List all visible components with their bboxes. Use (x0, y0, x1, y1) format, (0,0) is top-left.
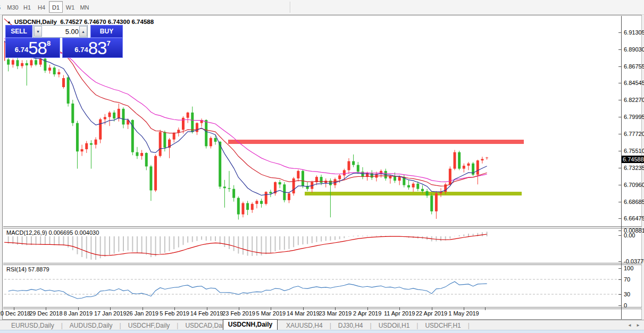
buy-button[interactable]: BUY (90, 25, 123, 38)
chart-tabs-left: EURUSD,Daily|AUDUSD,Daily|USDCHF,Daily|U… (4, 320, 235, 330)
price-tick-mark (618, 134, 621, 134)
candle-body (251, 204, 254, 210)
bottom-strip (0, 330, 644, 333)
chart-tabs-right: XAUUSD,H4|DJ30,H4|USDOil,H1|USDCHF,H1| (279, 320, 470, 330)
candle-body (71, 104, 74, 123)
sell-price-box[interactable]: 6.74588 (5, 38, 60, 58)
date-axis-label: 26 Jan 2019 (126, 310, 158, 317)
candle-body (430, 195, 433, 211)
timeframe-button-w1[interactable]: W1 (63, 1, 77, 13)
candle-body (389, 176, 391, 178)
rsi-indicator-canvas[interactable] (4, 265, 621, 307)
macd-panel-separator[interactable] (3, 226, 642, 228)
date-tick-mark (110, 308, 111, 310)
candle-body (35, 60, 37, 64)
candle-body (302, 171, 304, 186)
candle-body (140, 153, 143, 156)
candle-body (21, 63, 23, 66)
timeframe-button-m30[interactable]: M30 (6, 1, 20, 13)
volume-input[interactable] (43, 26, 80, 37)
candle-body (237, 198, 240, 215)
date-axis-label: 23 Mar 2019 (319, 310, 352, 317)
price-tick-label: 6.79995 (624, 114, 644, 120)
date-tick-mark (399, 308, 400, 310)
tab-xauusd-h4[interactable]: XAUUSD,H4 (279, 322, 330, 329)
price-tick-mark (618, 151, 621, 151)
candle-body (260, 201, 263, 204)
candle-body (320, 177, 323, 183)
buy-price-box[interactable]: 6.74837 (62, 38, 123, 58)
candle-body (210, 138, 212, 147)
date-tick-mark (174, 308, 175, 310)
tab-usdchf-daily[interactable]: USDCHF,Daily (121, 322, 177, 329)
date-axis-label: 20 Dec 2018 (0, 310, 30, 317)
rsi-tick-label: 100 (624, 265, 633, 271)
tab-eurusd-daily[interactable]: EURUSD,Daily (4, 322, 61, 329)
price-tick-mark (618, 83, 621, 83)
date-tick-mark (78, 308, 79, 310)
date-axis-label: 5 Feb 2019 (160, 310, 189, 317)
timeframe-button-h1[interactable]: H1 (20, 1, 34, 13)
candle-body (122, 109, 124, 125)
buy-price-prefix: 6.74 (74, 46, 88, 54)
date-axis-label: 14 Mar 2019 (287, 310, 320, 317)
date-tick-mark (303, 308, 304, 310)
candle-body (292, 178, 295, 193)
date-axis-label: 22 Apr 2019 (416, 310, 447, 317)
date-tick-mark (46, 308, 46, 310)
tab-usdchf-h1[interactable]: USDCHF,H1 (418, 322, 467, 329)
support-line[interactable] (305, 192, 522, 195)
timeframe-button-mn[interactable]: MN (78, 1, 91, 13)
volume-spinner: ▼ ▲ (33, 25, 88, 38)
volume-decrease-button[interactable]: ▼ (34, 26, 42, 37)
date-axis-label: 29 Dec 2018 (29, 310, 62, 317)
rsi-label: RSI(14) 57.8879 (6, 266, 49, 272)
candle-body (159, 132, 162, 156)
macd-tick-mark (618, 230, 621, 231)
candle-body (467, 164, 470, 166)
candle-body (476, 160, 479, 175)
timeframe-button-5[interactable]: 5 (0, 1, 6, 13)
rsi-tick-label: 30 (624, 291, 630, 297)
rsi-panel-separator[interactable] (3, 263, 642, 265)
candle-body (241, 203, 244, 214)
date-tick-mark (432, 308, 432, 310)
tab-usdcnh-daily-active[interactable]: USDCNH,Daily (223, 319, 278, 330)
date-axis-label: 2 Apr 2019 (353, 310, 381, 317)
macd-label: MACD(12,26,9) 0.006695 0.004030 (6, 229, 99, 236)
rsi-tick-mark (618, 268, 621, 269)
tab-audusd-daily[interactable]: AUDUSD,Daily (63, 322, 120, 329)
sell-button[interactable]: SELL (5, 25, 32, 38)
ma-slow-line (4, 39, 487, 182)
timeframe-button-d1[interactable]: D1 (49, 1, 63, 13)
rsi-tick-mark (618, 279, 621, 280)
price-tick-mark (618, 185, 621, 185)
candle-body (279, 182, 281, 184)
rsi-tick-label: 0 (624, 302, 627, 309)
timeframe-toolbar: 5M30H1H4D1W1MN (0, 0, 644, 15)
tab-scroll-left-icon[interactable]: ◄ (628, 323, 632, 328)
candle-body (214, 138, 217, 142)
price-tick-mark (618, 202, 621, 202)
price-tick-label: 6.89030 (624, 46, 644, 53)
date-axis-label: 8 Jan 2019 (64, 310, 93, 317)
candle-body (232, 189, 235, 198)
toolbar-separator (290, 2, 291, 13)
candle-body (81, 149, 83, 151)
tab-usdoil-h1[interactable]: USDOil,H1 (372, 322, 417, 329)
candle-body (421, 189, 424, 191)
candle-body (104, 117, 106, 119)
candle-body (324, 181, 327, 183)
candle-body (163, 132, 166, 148)
price-tick-label: 6.84545 (624, 80, 644, 86)
candle-body (196, 123, 198, 132)
volume-increase-button[interactable]: ▲ (79, 26, 87, 37)
price-tick-mark (618, 49, 621, 50)
candle-body (154, 156, 157, 191)
tab-scroll-right-icon[interactable]: ► (636, 323, 640, 328)
tab-dj30-h4[interactable]: DJ30,H4 (331, 322, 370, 329)
resistance-line[interactable] (228, 140, 524, 144)
price-tick-label: 6.82270 (624, 97, 644, 103)
price-tick-label: 6.70960 (624, 182, 644, 188)
timeframe-button-h4[interactable]: H4 (35, 1, 48, 13)
